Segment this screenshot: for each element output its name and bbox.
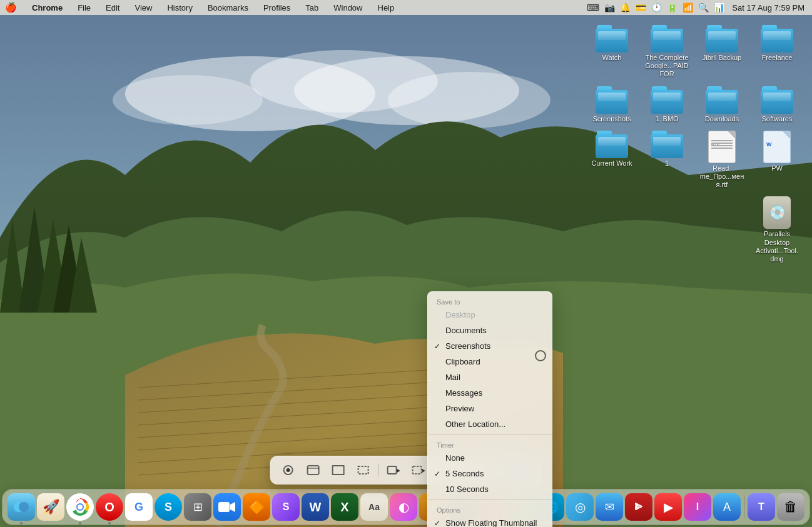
battery-icon[interactable]: 🔋 [667,3,678,13]
wifi-icon[interactable]: 📶 [683,3,693,13]
desktop-icon-softwares[interactable]: Softwares [752,84,802,126]
menubar-window[interactable]: Window [331,3,365,13]
desktop-icon-screenshots-label: Screenshots [592,115,631,123]
desktop-icon-jibril-backup[interactable]: Jibril Backup [697,23,747,81]
menu-item-messages[interactable]: Messages [428,385,552,401]
menubar-left: 🍎 Chrome File Edit View History Bookmark… [5,2,397,13]
menu-item-none[interactable]: None [428,450,552,466]
apple-menu[interactable]: 🍎 [5,2,17,13]
toolbar-selection-btn[interactable] [353,461,373,479]
desktop-icon-1[interactable]: 1 [642,128,692,192]
stats-icon[interactable]: 📊 [714,3,724,13]
menu-item-desktop[interactable]: Desktop [428,307,552,323]
toolbar-video-window-btn[interactable] [384,461,404,479]
desktop-icon-parallels-dmg[interactable]: 💿 Parallels Desktop Activati...Tool.dmg [752,194,802,266]
desktop-icon-downloads[interactable]: Downloads [697,84,747,126]
desktop-icon-google-course[interactable]: The Complete Google...PAID FOR [642,23,692,81]
dock-launchpad[interactable]: 🚀 [37,493,64,521]
menu-item-screenshots[interactable]: Screenshots [428,338,552,354]
menubar-app-name[interactable]: Chrome [29,3,65,13]
dock-appstore[interactable]: A [713,493,741,521]
menu-item-preview[interactable]: Preview [428,401,552,416]
desktop-icon-row-3: Current Work 1 RTF Read-me_Про...меня.rt… [587,128,802,192]
dock-opera[interactable]: O [96,493,123,521]
menubar-help[interactable]: Help [375,3,397,13]
desktop-icon-current-work[interactable]: Current Work [587,128,637,192]
screenshot-icon[interactable]: 📷 [604,3,615,13]
menu-item-10sec[interactable]: 10 Seconds [428,481,552,497]
dock-fontbook[interactable]: Aa [360,493,388,521]
menu-item-floating-thumbnail[interactable]: Show Floating Thumbnail [428,515,552,527]
desktop-icon-watch[interactable]: Watch [587,23,637,81]
desktop-icons-container: Watch The Complete Google...PAID FOR Jib… [587,23,802,268]
desktop-icon-google-course-label: The Complete Google...PAID FOR [644,54,689,79]
dock-zoom[interactable] [213,493,241,521]
dock-google[interactable]: G [125,493,153,521]
dock-trash[interactable]: 🗑 [777,493,804,521]
dock-vlc[interactable]: 🔶 [243,493,270,521]
toolbar-divider-1 [378,464,379,476]
svg-rect-16 [308,466,319,474]
desktop-icon-parallels-label: Parallels Desktop Activati...Tool.dmg [754,230,799,263]
menubar-profiles[interactable]: Profiles [261,3,293,13]
dock-intellij[interactable]: I [684,493,711,521]
datetime-display: Sat 17 Aug 7:59 PM [729,3,807,13]
clock-icon[interactable]: 🕐 [651,3,662,13]
desktop-icon-empty-1 [587,194,637,236]
dock-parallels[interactable]: ⫸ [625,493,652,521]
desktop-icon-pw[interactable]: W PW [752,128,802,192]
desktop-icon-bmo[interactable]: 1. BMO [642,84,692,126]
dock-chrome[interactable] [66,493,94,521]
svg-point-3 [113,75,263,125]
svg-marker-23 [422,469,425,473]
desktop-icon-empty-3 [697,194,747,236]
desktop: 🍎 Chrome File Edit View History Bookmark… [0,0,812,527]
menubar-edit[interactable]: Edit [103,3,122,13]
toolbar-video-selection-btn[interactable] [409,461,429,479]
menubar: 🍎 Chrome File Edit View History Bookmark… [0,0,812,15]
dock-excel[interactable]: X [331,493,358,521]
desktop-icon-bmo-label: 1. BMO [655,115,678,123]
menu-item-clipboard[interactable]: Clipboard [428,354,552,369]
dock-pockettube[interactable]: ▶ [654,493,682,521]
dock-separator [744,496,744,518]
desktop-icon-readme-label: Read-me_Про...меня.rtf [699,164,744,189]
dock-notchmeister[interactable]: ◐ [390,493,417,521]
menubar-file[interactable]: File [75,3,93,13]
desktop-icon-row-4: 💿 Parallels Desktop Activati...Tool.dmg [587,194,802,266]
search-icon[interactable]: 🔍 [698,3,709,13]
dock-setapp[interactable]: S [272,493,300,521]
desktop-icon-readme[interactable]: RTF Read-me_Про...меня.rtf [697,128,747,192]
menu-item-other-location[interactable]: Other Location... [428,416,552,432]
dock-word[interactable]: W [302,493,329,521]
menu-item-5sec[interactable]: 5 Seconds [428,466,552,481]
menubar-view[interactable]: View [132,3,155,13]
dock-mail[interactable]: ✉ [596,493,623,521]
desktop-icon-jibril-label: Jibril Backup [703,54,741,62]
menu-item-mail[interactable]: Mail [428,369,552,385]
toolbar-fullscreen-btn[interactable] [328,461,348,479]
svg-rect-18 [333,466,344,474]
menubar-tab[interactable]: Tab [303,3,321,13]
dock-skype[interactable]: S [155,493,182,521]
dock-finder[interactable] [8,493,35,521]
menu-section-timer: Timer [428,438,552,450]
dock-safari[interactable]: ◎ [566,493,594,521]
dock-timetrack[interactable]: T [748,493,775,521]
wallet-icon[interactable]: 💳 [636,3,646,13]
toolbar-circle-btn[interactable] [278,461,298,479]
svg-rect-22 [413,466,422,474]
dock-apps[interactable]: ⊞ [184,493,211,521]
dock: 🚀 O G S ⊞ 🔶 S W X Aa ◐ ⊞ >_ ♪ M 🌐 ◎ ✉ ⫸ … [3,489,809,524]
toolbar-window-btn[interactable] [303,461,323,479]
desktop-icon-freelance[interactable]: Freelance [752,23,802,81]
desktop-icon-screenshots[interactable]: Screenshots [587,84,637,126]
menubar-bookmarks[interactable]: Bookmarks [205,3,251,13]
menu-item-documents[interactable]: Documents [428,323,552,338]
menu-section-save: Save to [428,294,552,307]
notification-icon[interactable]: 🔔 [620,3,631,13]
keyboard-icon[interactable]: ⌨ [587,3,599,13]
svg-marker-31 [230,502,235,512]
menubar-history[interactable]: History [165,3,195,13]
menu-section-options: Options [428,503,552,515]
